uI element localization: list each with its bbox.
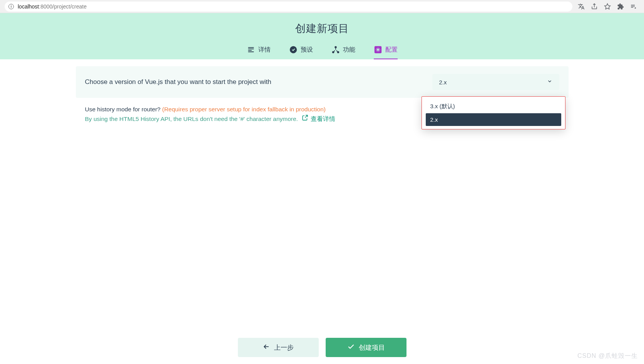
extensions-icon[interactable] — [617, 3, 624, 10]
select-value: 2.x — [439, 79, 447, 86]
site-info-icon[interactable]: i — [8, 4, 14, 9]
history-warning: (Requires proper server setup for index … — [162, 106, 326, 112]
bookmark-star-icon[interactable] — [604, 3, 611, 10]
tab-label: 功能 — [343, 46, 355, 54]
url-field[interactable]: i localhost:8000/project/create — [5, 2, 572, 12]
playlist-icon[interactable] — [630, 3, 637, 10]
details-link[interactable]: 查看详情 — [302, 114, 335, 124]
history-description: By using the HTML5 History API, the URLs… — [85, 116, 298, 122]
vue-version-label: Choose a version of Vue.js that you want… — [85, 78, 271, 86]
tab-features[interactable]: 功能 — [331, 45, 355, 59]
translate-icon[interactable] — [578, 3, 585, 10]
browser-address-bar: i localhost:8000/project/create — [0, 0, 644, 13]
tab-label: 预设 — [301, 46, 313, 54]
svg-point-1 — [289, 46, 296, 53]
tab-config[interactable]: 配置 — [374, 45, 398, 59]
step-tabs: 详情 预设 功能 配置 — [0, 45, 644, 59]
gear-icon — [374, 45, 382, 54]
vue-version-select-wrap: 2.x 3.x (默认) 2.x — [432, 74, 559, 90]
share-icon[interactable] — [591, 3, 598, 10]
vue-version-select[interactable]: 2.x — [432, 74, 559, 90]
config-content: Choose a version of Vue.js that you want… — [76, 66, 569, 170]
check-circle-icon — [289, 45, 298, 54]
url-text: localhost:8000/project/create — [18, 3, 87, 10]
svg-point-2 — [335, 46, 337, 49]
tab-details[interactable]: 详情 — [247, 45, 271, 59]
vue-version-dropdown: 3.x (默认) 2.x — [422, 97, 565, 129]
svg-marker-0 — [605, 3, 611, 9]
external-link-icon — [302, 114, 308, 124]
details-icon — [247, 45, 255, 54]
browser-action-icons — [572, 3, 639, 10]
connections-icon — [331, 45, 340, 54]
tab-label: 配置 — [385, 46, 398, 54]
page-title: 创建新项目 — [0, 22, 644, 35]
history-question: Use history mode for router? — [85, 106, 162, 112]
svg-point-6 — [377, 49, 379, 51]
dropdown-option-3x[interactable]: 3.x (默认) — [426, 100, 561, 113]
tab-preset[interactable]: 预设 — [289, 45, 313, 59]
page-header: 创建新项目 详情 预设 功能 配置 — [0, 13, 644, 59]
tab-label: 详情 — [258, 46, 271, 54]
vue-version-card: Choose a version of Vue.js that you want… — [76, 66, 569, 98]
chevron-down-icon — [547, 79, 552, 86]
dropdown-option-2x[interactable]: 2.x — [426, 113, 561, 126]
details-link-label: 查看详情 — [311, 114, 335, 124]
